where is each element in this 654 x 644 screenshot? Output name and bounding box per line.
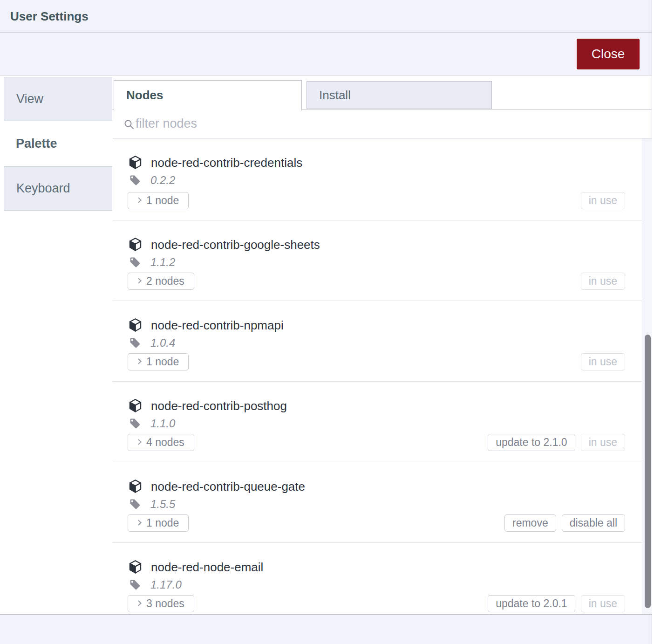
disable-all-button[interactable]: disable all	[562, 514, 625, 532]
package-cube-icon	[129, 318, 142, 332]
palette-tabbar: Nodes Install	[112, 75, 652, 110]
dialog-button-bar: Close	[0, 33, 652, 75]
node-count-toggle[interactable]: 1 node	[128, 353, 189, 370]
package-row: node-red-contrib-queue-gate 1.5.5 1 node…	[112, 462, 652, 543]
settings-sidebar: View Palette Keyboard	[0, 75, 112, 614]
user-settings-dialog: User Settings Close View Palette Keyboar…	[0, 0, 652, 644]
node-count-toggle[interactable]: 1 node	[128, 192, 189, 209]
package-version: 1.17.0	[150, 578, 182, 591]
package-row: node-red-contrib-npmapi 1.0.4 1 node in …	[112, 301, 652, 382]
package-version: 0.2.2	[150, 174, 175, 187]
package-cube-icon	[129, 480, 142, 493]
tag-icon	[130, 175, 140, 185]
chevron-right-icon	[136, 278, 142, 284]
package-version-line: 1.1.2	[130, 256, 175, 269]
tab-install[interactable]: Install	[307, 81, 492, 109]
package-actions: in use	[581, 192, 625, 209]
tag-icon	[130, 257, 140, 267]
package-title-line: node-red-contrib-posthog	[129, 398, 287, 413]
package-name: node-red-contrib-google-sheets	[151, 238, 320, 252]
package-title-line: node-red-contrib-queue-gate	[129, 479, 305, 494]
dialog-body: View Palette Keyboard Nodes Install filt…	[0, 75, 652, 614]
palette-panel: Nodes Install filter nodes node-red-cont…	[112, 75, 652, 614]
package-name: node-red-contrib-posthog	[151, 399, 287, 413]
package-row: node-red-contrib-credentials 0.2.2 1 nod…	[112, 138, 652, 220]
chevron-right-icon	[136, 600, 142, 606]
sidebar-item-palette[interactable]: Palette	[4, 121, 113, 166]
tag-icon	[130, 580, 140, 590]
in-use-button: in use	[581, 192, 625, 209]
package-version: 1.1.0	[150, 417, 175, 430]
chevron-right-icon	[136, 197, 142, 203]
close-button[interactable]: Close	[577, 39, 640, 69]
in-use-button: in use	[581, 434, 625, 451]
package-version-line: 1.1.0	[130, 417, 175, 430]
tag-icon	[130, 499, 140, 509]
package-version: 1.1.2	[150, 256, 175, 269]
node-count-label: 2 nodes	[146, 275, 184, 288]
sidebar-item-view[interactable]: View	[4, 77, 112, 121]
sidebar-item-keyboard[interactable]: Keyboard	[4, 166, 112, 211]
update-button[interactable]: update to 2.0.1	[488, 595, 575, 612]
node-count-label: 3 nodes	[146, 597, 184, 610]
package-actions: update to 2.0.1 in use	[488, 595, 625, 612]
scrollbar-thumb[interactable]	[645, 335, 651, 608]
package-row: node-red-contrib-posthog 1.1.0 4 nodes u…	[112, 382, 652, 462]
tag-icon	[130, 418, 140, 429]
package-name: node-red-node-email	[151, 560, 263, 575]
node-count-label: 1 node	[146, 194, 179, 207]
chevron-right-icon	[136, 439, 142, 445]
chevron-right-icon	[136, 358, 142, 364]
package-row: node-red-contrib-google-sheets 1.1.2 2 n…	[112, 220, 652, 301]
tag-icon	[130, 338, 140, 348]
package-row: node-red-node-email 1.17.0 3 nodes updat…	[112, 543, 652, 615]
in-use-button: in use	[581, 353, 625, 370]
package-actions: in use	[581, 353, 625, 370]
package-name: node-red-contrib-credentials	[151, 156, 302, 170]
node-count-label: 1 node	[146, 517, 179, 529]
node-count-toggle[interactable]: 2 nodes	[128, 273, 194, 290]
update-button[interactable]: update to 2.1.0	[488, 434, 575, 451]
dialog-title: User Settings	[10, 0, 89, 33]
in-use-button: in use	[581, 595, 625, 612]
node-count-toggle[interactable]: 4 nodes	[128, 434, 194, 451]
package-actions: remove disable all	[504, 514, 625, 532]
package-name: node-red-contrib-queue-gate	[151, 480, 305, 494]
node-count-label: 4 nodes	[146, 436, 184, 449]
node-count-toggle[interactable]: 3 nodes	[128, 595, 194, 612]
package-title-line: node-red-contrib-google-sheets	[129, 237, 320, 252]
node-count-label: 1 node	[146, 356, 179, 368]
package-title-line: node-red-contrib-credentials	[129, 155, 302, 170]
filter-nodes-search[interactable]: filter nodes	[112, 110, 652, 138]
package-title-line: node-red-node-email	[129, 560, 263, 575]
package-version-line: 0.2.2	[130, 174, 175, 187]
package-title-line: node-red-contrib-npmapi	[129, 318, 284, 333]
dialog-header: User Settings	[0, 0, 652, 33]
dialog-footer	[0, 614, 652, 644]
package-actions: update to 2.1.0 in use	[488, 434, 625, 451]
search-icon	[123, 119, 135, 130]
package-version: 1.0.4	[150, 336, 175, 349]
package-version-line: 1.0.4	[130, 336, 175, 349]
node-count-toggle[interactable]: 1 node	[128, 514, 189, 532]
package-cube-icon	[129, 399, 142, 413]
package-version-line: 1.17.0	[130, 578, 182, 591]
chevron-right-icon	[136, 520, 142, 526]
package-cube-icon	[129, 560, 142, 574]
package-list: node-red-contrib-credentials 0.2.2 1 nod…	[112, 138, 652, 614]
package-version: 1.5.5	[150, 498, 175, 511]
package-actions: in use	[581, 273, 625, 290]
tab-nodes[interactable]: Nodes	[114, 80, 302, 110]
remove-button[interactable]: remove	[504, 514, 556, 532]
package-name: node-red-contrib-npmapi	[151, 318, 284, 333]
in-use-button: in use	[581, 273, 625, 290]
package-version-line: 1.5.5	[130, 498, 175, 511]
package-cube-icon	[129, 238, 142, 252]
search-placeholder: filter nodes	[136, 110, 197, 137]
package-cube-icon	[129, 156, 142, 170]
